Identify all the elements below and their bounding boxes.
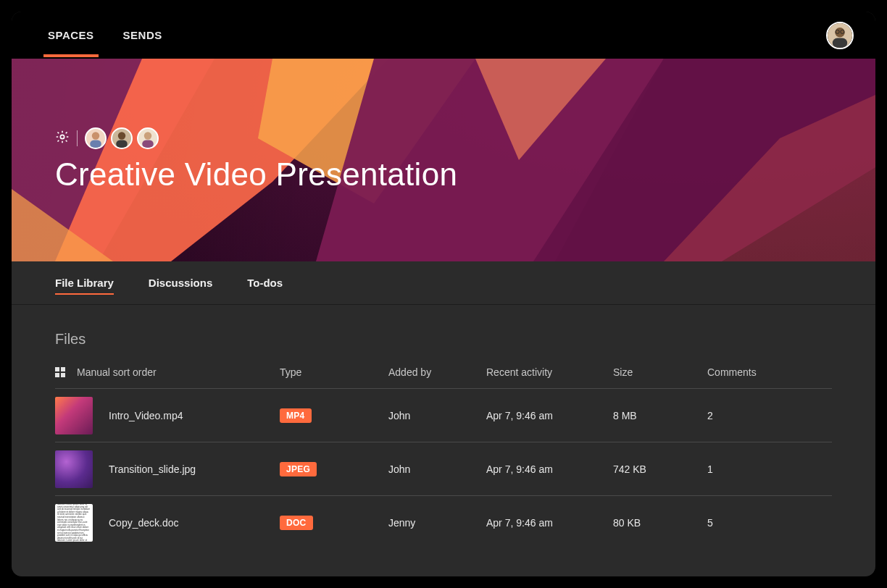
svg-rect-22 bbox=[55, 373, 59, 377]
svg-point-16 bbox=[118, 132, 125, 139]
member-avatar-3[interactable] bbox=[137, 127, 159, 149]
member-avatars bbox=[85, 127, 159, 149]
file-comments: 2 bbox=[707, 410, 773, 421]
tab-discussions[interactable]: Discussions bbox=[149, 262, 212, 303]
th-comments[interactable]: Comments bbox=[707, 366, 773, 378]
svg-point-18 bbox=[144, 132, 151, 139]
hero-meta bbox=[55, 127, 875, 149]
svg-rect-23 bbox=[61, 373, 65, 377]
member-avatar-2[interactable] bbox=[111, 127, 133, 149]
svg-rect-19 bbox=[142, 140, 154, 148]
app-window: SPACES SENDS bbox=[12, 12, 875, 576]
file-added-by: Jenny bbox=[388, 517, 486, 529]
file-cell: Transition_slide.jpg bbox=[55, 450, 280, 488]
nav-tab-spaces[interactable]: SPACES bbox=[48, 13, 94, 57]
type-badge: DOC bbox=[280, 516, 313, 530]
file-comments: 1 bbox=[707, 463, 773, 475]
table-header: Manual sort order Type Added by Recent a… bbox=[55, 366, 832, 389]
svg-rect-20 bbox=[55, 367, 59, 371]
file-recent-activity: Apr 7, 9:46 am bbox=[486, 517, 613, 529]
user-avatar[interactable] bbox=[826, 22, 854, 49]
svg-point-14 bbox=[92, 132, 99, 139]
type-badge: JPEG bbox=[280, 462, 317, 476]
file-thumbnail: Lorem ipsum dolor sit amet consectetur a… bbox=[55, 504, 93, 542]
file-added-by: John bbox=[388, 463, 486, 475]
file-size: 742 KB bbox=[613, 463, 707, 475]
file-name: Copy_deck.doc bbox=[109, 517, 179, 529]
th-recent-activity[interactable]: Recent activity bbox=[486, 366, 613, 378]
file-added-by: John bbox=[388, 410, 486, 421]
file-recent-activity: Apr 7, 9:46 am bbox=[486, 410, 613, 421]
sub-tabs: File Library Discussions To-dos bbox=[12, 261, 875, 305]
svg-rect-17 bbox=[116, 140, 128, 148]
file-type: MP4 bbox=[280, 408, 388, 423]
space-title: Creative Video Presentation bbox=[55, 156, 875, 193]
file-cell: Lorem ipsum dolor sit amet consectetur a… bbox=[55, 504, 280, 542]
file-size: 8 MB bbox=[613, 410, 707, 421]
svg-rect-2 bbox=[833, 38, 847, 48]
tab-todos[interactable]: To-dos bbox=[247, 262, 283, 303]
gear-icon[interactable] bbox=[55, 130, 70, 147]
file-type: JPEG bbox=[280, 462, 388, 476]
hero-content: Creative Video Presentation bbox=[55, 127, 875, 193]
top-nav: SPACES SENDS bbox=[12, 12, 875, 59]
file-name: Intro_Video.mp4 bbox=[109, 410, 183, 421]
file-rows: Intro_Video.mp4MP4JohnApr 7, 9:46 am8 MB… bbox=[55, 389, 832, 550]
section-title: Files bbox=[55, 331, 832, 348]
tab-file-library[interactable]: File Library bbox=[55, 262, 114, 303]
svg-point-1 bbox=[835, 27, 845, 37]
file-cell: Intro_Video.mp4 bbox=[55, 397, 280, 434]
files-section: Files Manual sort order Type Added by Re… bbox=[12, 305, 875, 550]
nav-tab-sends[interactable]: SENDS bbox=[123, 13, 162, 57]
file-name: Transition_slide.jpg bbox=[109, 463, 196, 475]
sort-label: Manual sort order bbox=[77, 366, 157, 378]
file-comments: 5 bbox=[707, 517, 773, 529]
file-recent-activity: Apr 7, 9:46 am bbox=[486, 463, 613, 475]
member-avatar-1[interactable] bbox=[85, 127, 107, 149]
file-type: DOC bbox=[280, 516, 388, 530]
svg-rect-21 bbox=[61, 367, 65, 371]
svg-point-13 bbox=[60, 135, 64, 138]
svg-rect-15 bbox=[90, 140, 101, 148]
file-thumbnail bbox=[55, 397, 93, 434]
table-row[interactable]: Intro_Video.mp4MP4JohnApr 7, 9:46 am8 MB… bbox=[55, 389, 832, 442]
th-sort[interactable]: Manual sort order bbox=[55, 366, 280, 378]
th-type[interactable]: Type bbox=[280, 366, 388, 378]
table-row[interactable]: Transition_slide.jpgJPEGJohnApr 7, 9:46 … bbox=[55, 442, 832, 496]
avatar-icon bbox=[828, 23, 852, 48]
divider bbox=[77, 130, 78, 146]
sort-icon bbox=[55, 367, 65, 377]
hero-banner: Creative Video Presentation bbox=[12, 59, 875, 261]
file-size: 80 KB bbox=[613, 517, 707, 529]
type-badge: MP4 bbox=[280, 408, 312, 423]
th-added-by[interactable]: Added by bbox=[388, 366, 486, 378]
th-size[interactable]: Size bbox=[613, 366, 707, 378]
file-thumbnail bbox=[55, 450, 93, 488]
table-row[interactable]: Lorem ipsum dolor sit amet consectetur a… bbox=[55, 496, 832, 550]
